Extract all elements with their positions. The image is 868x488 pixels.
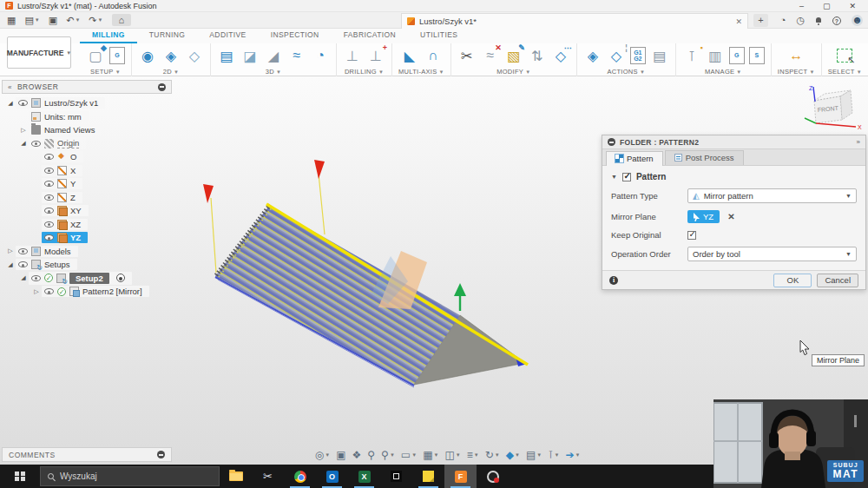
restore-button[interactable]: ▢ — [823, 2, 831, 10]
pattern-section-checkbox[interactable] — [622, 173, 631, 181]
visibility-eye-icon[interactable] — [18, 100, 28, 106]
browser-row-x[interactable]: X — [2, 164, 172, 178]
toolpath-refresh-icon[interactable]: ↻▼ — [483, 449, 503, 461]
search-input[interactable] — [60, 472, 190, 481]
browser-row-named-views[interactable]: ▷Named Views — [2, 123, 172, 137]
edit-tool-icon[interactable]: ⇅ — [528, 46, 547, 65]
browser-row-xz[interactable]: XZ — [2, 218, 172, 232]
expanded-caret-icon[interactable]: ◢ — [18, 140, 29, 147]
ribbon-tab-utilities[interactable]: UTILITIES — [408, 29, 470, 43]
taskbar-chrome[interactable] — [284, 465, 316, 488]
multiaxis-contour-icon[interactable]: ∩ — [424, 46, 443, 65]
browser-row-units-mm[interactable]: Units: mm — [2, 110, 172, 124]
browser-options-icon[interactable] — [158, 83, 166, 91]
delete-passes-icon[interactable]: ≈✕ — [481, 46, 500, 65]
visibility-eye-icon[interactable] — [44, 154, 54, 160]
ribbon-tab-milling[interactable]: MILLING — [80, 29, 137, 43]
workspace-switcher[interactable]: MANUFACTURE▼ — [7, 36, 71, 69]
home-view-icon[interactable]: ⌂ — [112, 14, 132, 26]
post-process-icon[interactable]: G1G2 — [630, 47, 646, 64]
taskbar-excel[interactable]: X — [348, 465, 380, 488]
taskbar-fusion[interactable]: F — [444, 465, 477, 488]
ribbon-tab-turning[interactable]: TURNING — [137, 29, 198, 43]
visibility-eye-icon[interactable] — [44, 168, 54, 174]
taskbar-outlook[interactable]: O — [316, 465, 348, 488]
collapse-browser-icon[interactable]: « — [8, 83, 12, 91]
browser-row-label[interactable]: Pattern2 [Mirror] — [82, 287, 142, 296]
setup-sheet-icon[interactable]: ▤ — [650, 46, 669, 65]
ribbon-group-label[interactable]: MODIFY▼ — [496, 68, 530, 76]
browser-row-label[interactable]: Origin — [57, 138, 79, 148]
visibility-eye-icon[interactable] — [31, 141, 41, 147]
browser-row-y[interactable]: Y — [2, 177, 172, 191]
ribbon-tab-fabrication[interactable]: FABRICATION — [332, 29, 408, 43]
toolpath-face[interactable] — [215, 206, 460, 385]
keep-original-checkbox[interactable] — [687, 231, 696, 240]
app-grid-icon[interactable]: ▦ — [7, 15, 16, 26]
post-library-icon[interactable]: G — [729, 47, 745, 64]
expanded-caret-icon[interactable]: ◢ — [5, 261, 16, 268]
browser-row-label[interactable]: O — [70, 152, 76, 162]
machine-display-icon[interactable]: ▤▼ — [523, 449, 544, 461]
new-setup-icon[interactable]: ▢◆ — [86, 46, 105, 65]
ribbon-group-label[interactable]: SETUP▼ — [90, 68, 121, 76]
new-tab-button[interactable]: + — [753, 14, 768, 27]
grid-snaps-icon[interactable]: ▦▼ — [420, 449, 441, 461]
tool-display-icon[interactable]: ⊺▼ — [545, 449, 562, 461]
browser-row-models[interactable]: ▷Models — [2, 245, 172, 259]
section-caret-icon[interactable]: ▼ — [611, 174, 617, 180]
pan-icon[interactable]: ❖ — [350, 449, 365, 461]
redo-icon[interactable]: ↷▼ — [89, 15, 102, 26]
browser-row-label[interactable]: Models — [44, 247, 71, 256]
ribbon-group-label[interactable]: 2D▼ — [163, 68, 179, 76]
close-tab-icon[interactable]: ✕ — [735, 17, 742, 26]
browser-row-label[interactable]: Y — [70, 179, 76, 188]
morphed-spiral-icon[interactable]: ◔ — [311, 46, 330, 65]
browser-row-setups[interactable]: ◢Setups — [2, 258, 172, 272]
dialog-expand-icon[interactable]: » — [857, 138, 860, 146]
browser-row-label[interactable]: YZ — [70, 233, 81, 242]
ok-button[interactable]: OK — [773, 274, 812, 287]
measure-icon[interactable]: ↔ — [786, 46, 806, 65]
extensions-icon[interactable]: ◔ — [780, 16, 786, 25]
undo-icon[interactable]: ↶▼ — [66, 15, 80, 26]
ribbon-group-label[interactable]: MANAGE▼ — [705, 68, 742, 76]
taskbar-snipping[interactable]: ✂ — [252, 465, 284, 488]
flow-icon[interactable]: ≈ — [287, 46, 306, 65]
look-at-icon[interactable]: ▣ — [333, 449, 348, 461]
display-settings-icon[interactable]: ▭▼ — [398, 449, 419, 461]
clear-selection-icon[interactable]: ✕ — [727, 212, 734, 221]
info-icon[interactable]: i — [609, 276, 618, 285]
browser-row-origin[interactable]: ◢Origin — [2, 137, 172, 151]
comments-bar[interactable]: COMMENTS — [2, 447, 172, 462]
drilling-icon[interactable]: ⊥ — [343, 46, 362, 65]
browser-row-label[interactable]: Setup2 — [69, 273, 109, 284]
visibility-eye-icon[interactable] — [44, 181, 54, 187]
active-setup-radio[interactable] — [116, 274, 125, 282]
browser-row-setup2[interactable]: ◢✓Setup2 — [2, 272, 172, 286]
visibility-eye-icon[interactable] — [44, 195, 54, 201]
visibility-eye-icon[interactable] — [44, 221, 54, 228]
document-tab[interactable]: Lustro/Szyk v1* ✕ — [401, 13, 748, 29]
jump-icon[interactable]: ➔▼ — [562, 449, 582, 461]
dialog-options-icon[interactable] — [608, 138, 615, 146]
avatar[interactable]: ☻ — [852, 15, 863, 26]
trim-icon[interactable]: ✂ — [457, 46, 477, 65]
close-button[interactable]: ✕ — [849, 2, 856, 10]
job-status-icon[interactable]: ◷ — [796, 16, 805, 25]
expanded-caret-icon[interactable]: ◢ — [18, 274, 29, 281]
operation-order-dropdown[interactable]: Order by tool ▼ — [687, 247, 857, 261]
notifications-icon[interactable] — [815, 17, 822, 24]
2d-pocket-icon[interactable]: ◈ — [161, 46, 181, 65]
machine-library-icon[interactable]: ▥ — [706, 46, 725, 65]
comments-options-icon[interactable] — [157, 451, 165, 458]
tool-library-icon[interactable]: ⊺▪ — [682, 46, 701, 65]
browser-row-yz[interactable]: YZ — [2, 231, 172, 245]
select-icon[interactable]: ↖ — [837, 49, 852, 63]
browser-row-pattern2-mirror-[interactable]: ▷✓Pattern2 [Mirror] — [2, 285, 172, 299]
2d-contour-icon[interactable]: ◇ — [185, 46, 204, 65]
taskbar-capture[interactable] — [380, 465, 412, 488]
collapsed-caret-icon[interactable]: ▷ — [18, 127, 29, 134]
drilling-new-icon[interactable]: ⊥+ — [366, 46, 385, 65]
file-menu-icon[interactable]: ▤▼ — [24, 15, 39, 26]
